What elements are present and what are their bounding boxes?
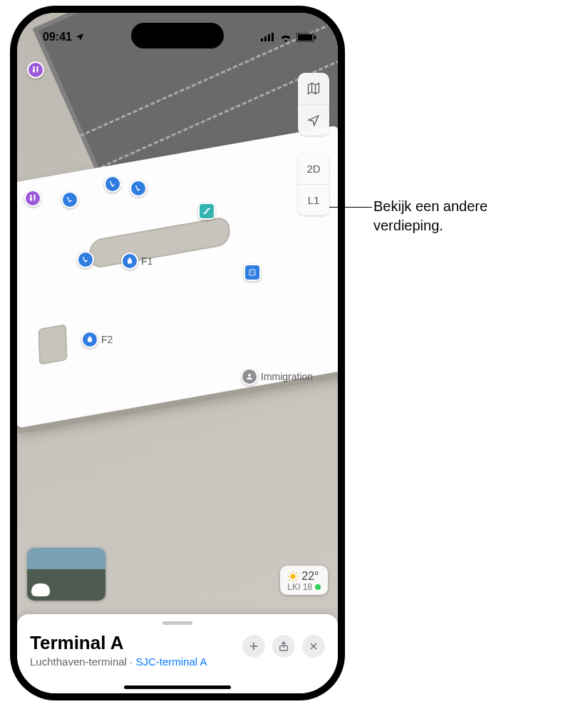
poi-baggage-cart[interactable] xyxy=(77,251,94,268)
svg-point-19 xyxy=(291,574,296,579)
close-button[interactable] xyxy=(302,635,325,658)
cart-icon xyxy=(104,175,121,193)
status-time: 09:41 xyxy=(43,31,72,44)
callout-leader-line xyxy=(329,207,372,208)
poi-immigration[interactable]: Immigration xyxy=(241,368,313,385)
aqi-label: LKI 18 xyxy=(287,582,312,592)
poi-baggage-cart[interactable] xyxy=(104,175,121,193)
svg-point-12 xyxy=(33,195,36,197)
svg-rect-6 xyxy=(314,36,316,39)
svg-rect-3 xyxy=(272,33,274,41)
phone-screen: 09:41 xyxy=(17,13,338,693)
poi-restroom[interactable] xyxy=(27,61,44,78)
svg-rect-13 xyxy=(128,260,132,264)
close-icon xyxy=(309,641,319,651)
svg-rect-5 xyxy=(298,34,312,41)
binoculars-icon xyxy=(31,583,50,596)
cart-icon xyxy=(77,251,94,268)
escalator-icon xyxy=(198,203,215,220)
map-mode-button[interactable] xyxy=(298,73,329,104)
location-services-icon xyxy=(75,32,85,42)
svg-rect-11 xyxy=(30,198,32,201)
locate-me-button[interactable] xyxy=(298,104,329,136)
svg-point-7 xyxy=(33,66,35,68)
map-icon xyxy=(306,81,321,96)
svg-rect-2 xyxy=(268,34,270,41)
place-sheet[interactable]: Terminal A Luchthaven-terminal · SJC-ter… xyxy=(17,614,338,693)
add-button[interactable] xyxy=(242,635,265,658)
svg-line-27 xyxy=(296,573,296,573)
sheet-grabber[interactable] xyxy=(163,621,192,625)
svg-rect-8 xyxy=(33,69,35,73)
wifi-icon xyxy=(279,33,292,42)
poi-baggage-cart[interactable] xyxy=(130,180,147,197)
poi-baggage-cart[interactable] xyxy=(61,191,78,208)
callout-line1: Bekijk een andere xyxy=(373,197,488,216)
status-right xyxy=(261,33,316,42)
callout-text: Bekijk een andere verdieping. xyxy=(373,197,488,235)
share-button[interactable] xyxy=(272,635,295,658)
look-around-thumbnail[interactable] xyxy=(27,548,105,601)
svg-line-25 xyxy=(296,579,296,580)
share-icon xyxy=(278,641,289,652)
svg-line-24 xyxy=(289,573,290,573)
poi-label: F2 xyxy=(101,334,113,345)
aqi-indicator-dot xyxy=(315,584,321,590)
cellular-icon xyxy=(261,33,275,41)
cart-icon xyxy=(61,191,78,208)
restroom-icon xyxy=(24,190,41,207)
svg-rect-17 xyxy=(249,270,255,275)
location-arrow-icon xyxy=(307,114,320,127)
svg-rect-16 xyxy=(89,337,91,338)
poi-elevator[interactable] xyxy=(244,264,261,281)
status-left: 09:41 xyxy=(43,31,85,44)
poi-label: F1 xyxy=(141,255,153,267)
weather-badge[interactable]: 22° LKI 18 xyxy=(280,566,328,595)
poi-restroom[interactable] xyxy=(24,190,41,207)
place-subtitle: Luchthaven-terminal · SJC-terminal A xyxy=(30,656,207,668)
svg-rect-1 xyxy=(264,36,267,41)
svg-rect-0 xyxy=(261,39,263,41)
sheet-actions xyxy=(242,635,325,658)
svg-point-18 xyxy=(248,374,251,377)
place-title: Terminal A xyxy=(30,632,207,654)
svg-rect-14 xyxy=(129,258,131,260)
svg-point-9 xyxy=(36,66,38,68)
svg-point-10 xyxy=(30,195,32,197)
poi-escalator[interactable] xyxy=(198,203,215,220)
restroom-icon xyxy=(27,61,44,78)
map-controls-bottom: 2D L1 xyxy=(298,153,329,215)
temperature-label: 22° xyxy=(301,570,319,583)
baggage-icon xyxy=(121,253,138,270)
place-parent-link[interactable]: SJC-terminal A xyxy=(135,656,207,668)
floor-label: L1 xyxy=(308,194,320,206)
view-mode-label: 2D xyxy=(306,163,320,175)
phone-frame: 09:41 xyxy=(10,6,345,700)
place-category: Luchthaven-terminal · xyxy=(30,656,135,668)
plus-icon xyxy=(248,641,259,652)
poi-baggage-f1[interactable]: F1 xyxy=(121,253,153,270)
view-mode-toggle[interactable]: 2D xyxy=(298,153,329,184)
dynamic-island xyxy=(131,23,224,49)
building-cutout xyxy=(38,324,67,364)
floor-picker-button[interactable]: L1 xyxy=(298,184,329,215)
elevator-icon xyxy=(244,264,261,281)
poi-label: Immigration xyxy=(261,371,313,382)
baggage-icon xyxy=(81,331,98,348)
callout-line2: verdieping. xyxy=(373,216,488,235)
battery-icon xyxy=(296,33,316,42)
poi-baggage-f2[interactable]: F2 xyxy=(81,331,113,348)
svg-rect-15 xyxy=(88,338,92,342)
cart-icon xyxy=(130,180,147,197)
svg-line-26 xyxy=(289,579,290,580)
map-controls-top xyxy=(298,73,329,136)
home-indicator[interactable] xyxy=(124,685,231,689)
immigration-icon xyxy=(241,368,258,385)
sun-icon xyxy=(287,571,299,582)
